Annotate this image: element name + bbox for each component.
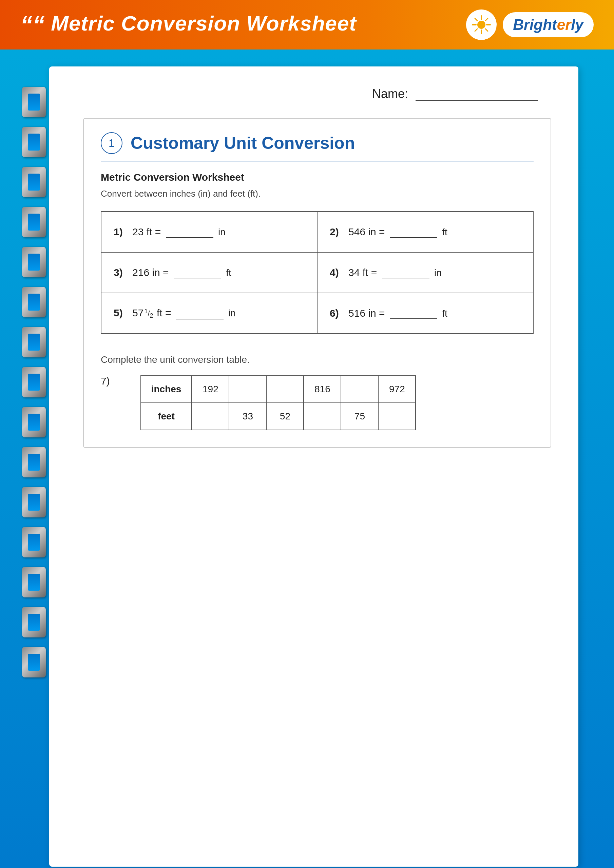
feet-val-3: 52 [266,403,304,430]
spiral-ring-4 [22,207,46,237]
inches-val-6: 972 [378,376,415,403]
inches-val-3 [266,376,304,403]
table-row: 5) 571/2 ft = in 6) 516 in = ft [101,293,533,334]
inches-val-4: 816 [304,376,341,403]
spiral-ring-6 [22,287,46,317]
problem-3-cell: 3) 216 in = ft [101,252,317,293]
feet-val-5: 75 [341,403,378,430]
feet-val-2: 33 [229,403,266,430]
prob-1-num: 1) [113,226,123,237]
svg-line-6 [485,29,488,31]
problem-4-cell: 4) 34 ft = in [317,252,533,293]
problems-table: 1) 23 ft = in 2) 546 in = ft 3) [101,211,533,334]
prob-6-expr: 516 in = [348,307,388,319]
logo-circle [466,9,497,40]
name-field-row: Name: [83,87,551,101]
svg-point-0 [477,21,485,29]
problem-2-cell: 2) 546 in = ft [317,212,533,252]
prob-4-num: 4) [330,267,339,278]
spiral-ring-15 [22,647,46,677]
spiral-ring-9 [22,407,46,437]
section-title: Customary Unit Conversion [131,133,355,153]
spiral-ring-8 [22,367,46,397]
prob-6-answer [390,318,437,319]
prob-6-num: 6) [330,307,339,319]
problem-1-cell: 1) 23 ft = in [101,212,317,252]
svg-line-8 [475,29,477,31]
prob-2-answer [390,237,437,238]
spiral-ring-3 [22,167,46,197]
spiral-binding [19,67,49,866]
problem-6-cell: 6) 516 in = ft [317,293,533,334]
prob-1-unit: in [218,227,225,237]
spiral-ring-5 [22,247,46,277]
feet-val-6 [378,403,415,430]
section-header: 1 Customary Unit Conversion [101,132,533,154]
sun-icon [471,15,491,35]
prob-5-ft: ft = [154,307,174,318]
feet-val-1 [192,403,229,430]
prob-6-unit: ft [442,308,448,319]
svg-line-5 [475,18,477,21]
spiral-ring-12 [22,527,46,557]
spiral-ring-7 [22,327,46,357]
prob-5-answer [176,319,224,319]
prob-5-expr: 57 [132,307,143,318]
table-row: 1) 23 ft = in 2) 546 in = ft [101,212,533,252]
prob-3-unit: ft [226,268,232,278]
spiral-ring-10 [22,447,46,477]
inches-val-2 [229,376,266,403]
conversion-table-row-2: feet 33 52 75 [141,403,416,430]
page-title: Metric Conversion Worksheet [20,11,356,38]
name-line [415,100,538,101]
prob-4-expr: 34 ft = [348,267,380,278]
prob-5-num: 5) [113,307,123,318]
name-label: Name: [372,87,408,101]
spiral-ring-2 [22,127,46,157]
prob-2-expr: 546 in = [348,226,388,237]
logo-text: Brighterly [513,16,583,33]
section-number-circle: 1 [101,132,123,154]
main-container: Name: 1 Customary Unit Conversion Metric… [22,67,592,866]
inches-val-5 [341,376,378,403]
notebook-page: Name: 1 Customary Unit Conversion Metric… [49,67,578,866]
prob-2-unit: ft [442,227,448,237]
section-divider [101,161,533,161]
section-1: 1 Customary Unit Conversion Metric Conve… [83,118,551,448]
spiral-ring-13 [22,567,46,597]
problem-7-row: 7) inches 192 816 972 feet 33 [101,375,533,430]
section-number-text: 1 [109,137,115,150]
feet-label: feet [141,403,192,430]
prob-4-answer [382,278,429,278]
inches-val-1: 192 [192,376,229,403]
prob-2-num: 2) [330,226,339,237]
inches-label: inches [141,376,192,403]
prob-3-num: 3) [113,267,123,278]
spiral-ring-14 [22,607,46,637]
problem-7-label: 7) [101,375,110,387]
svg-line-7 [485,18,488,21]
page-header: Metric Conversion Worksheet Brighterly [0,0,614,50]
problem-5-cell: 5) 571/2 ft = in [101,293,317,334]
table-instruction: Complete the unit conversion table. [101,354,533,365]
section-instruction: Convert between inches (in) and feet (ft… [101,189,533,199]
spiral-ring-11 [22,487,46,518]
prob-4-unit: in [434,268,441,278]
prob-1-answer [166,237,213,238]
feet-val-4 [304,403,341,430]
conversion-table-row-1: inches 192 816 972 [141,376,416,403]
prob-1-expr: 23 ft = [132,226,164,237]
spiral-ring-1 [22,87,46,117]
logo-pill: Brighterly [503,12,594,37]
logo-area: Brighterly [466,9,594,40]
table-row: 3) 216 in = ft 4) 34 ft = in [101,252,533,293]
prob-3-expr: 216 in = [132,267,172,278]
conversion-table: inches 192 816 972 feet 33 52 [140,375,416,430]
prob-3-answer [174,278,221,278]
title-text: Metric Conversion Worksheet [51,11,356,35]
section-subtitle: Metric Conversion Worksheet [101,172,533,183]
prob-5-unit: in [228,308,236,318]
